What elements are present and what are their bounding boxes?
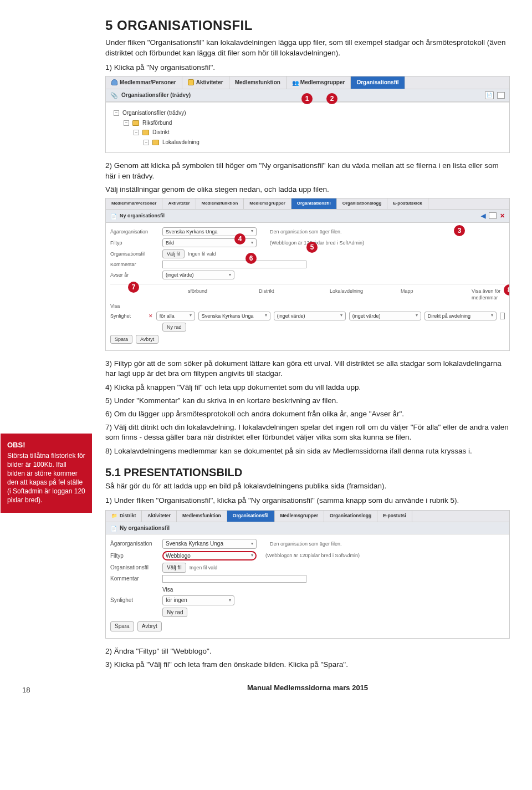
select-filtyp-3[interactable]: Webblogo [162,551,257,561]
checkbox-visa[interactable] [500,313,505,319]
step-3: 3) Filtyp gör att de som söker på dokume… [105,359,510,379]
folder-icon [142,130,149,135]
toggle-icon[interactable]: − [144,140,149,145]
form-title-bar: Ny organisationsfil ◀ ✕ [106,210,509,223]
step-1: 1) Klicka på "Ny organisationsfil". [105,63,510,73]
marker-1: 1 [301,93,313,104]
step-7: 7) Välj ditt ditrikt och din lokalavdeln… [105,422,510,442]
folder-icon [132,120,139,126]
tree-distrikt[interactable]: −Distrikt [114,128,502,137]
folder-icon [152,140,159,145]
tab-medlemmar[interactable]: Medlemmar/Personer [106,77,182,89]
select-foringen[interactable]: för ingen [162,595,234,605]
marker-3: 3 [454,225,465,236]
tab-aktiviteter[interactable]: Aktiviteter [182,77,229,89]
toggle-icon[interactable]: − [134,130,139,135]
new-file-button[interactable]: 📄 [485,91,494,100]
select-foralla[interactable]: för alla [156,312,195,320]
screenshot-1: Medlemmar/Personer Aktiviteter Medlemsfu… [105,76,510,153]
clip-icon [110,91,118,100]
form-title-bar-3: Ny organisationsfil [106,522,509,535]
valj-fil-button[interactable]: Välj fil [162,249,185,258]
kommentar-input-3[interactable] [162,575,306,583]
screenshot-3: 📁 Distrikt Aktiviteter Medlemsfunktion O… [105,510,510,638]
tab-organisationsfil[interactable]: Organisationsfil [351,77,405,89]
heading-2: 5.1 PRESENTATIONSBILD [105,465,510,480]
tabbar-1: Medlemmar/Personer Aktiviteter Medlemsfu… [106,77,509,89]
spara-button-3[interactable]: Spara [110,621,134,631]
nyrad-button-3[interactable]: Ny rad [162,608,187,618]
obs-body: Största tillåtna filstorlek för bilder ä… [7,452,85,504]
pres-2: 1) Under fliken "Organisationsfil", klic… [105,496,510,506]
marker-5: 5 [306,242,318,253]
doc-icon [110,213,116,219]
nyrad-button[interactable]: Ny rad [162,323,186,332]
marker-6: 6 [245,253,257,264]
step-2a: 2) Genom att klicka på symbolen till hög… [105,161,510,181]
end-2: 2) Ändra "Filtyp" till "Webblogo". [105,646,510,656]
step-2b: Välj inställningar genom de olika stegen… [105,185,510,195]
marker-4: 4 [234,233,245,244]
toggle-icon[interactable]: − [124,120,129,126]
select-agaror-3[interactable]: Svenska Kyrkans Unga [162,539,257,549]
select-avser[interactable]: (inget värde) [162,271,234,279]
kommentar-input[interactable] [162,261,306,268]
avbryt-button[interactable]: Avbryt [136,335,158,344]
end-3: 3) Klicka på "Välj fil" och leta fram de… [105,660,510,670]
tab-medlemsgrupper[interactable]: Medlemsgrupper [287,77,351,89]
step-6: 6) Om du lägger upp årsmötesprotokoll oc… [105,409,510,419]
avbryt-button-3[interactable]: Avbryt [137,621,162,631]
intro-para: Under fliken "Organisationsfil" kan loka… [105,38,510,58]
tabbar-2: Medlemmar/Personer Aktiviteter Medlemsfu… [106,198,509,210]
marker-7: 7 [128,282,139,293]
close-icon[interactable]: ✕ [500,212,505,220]
tabbar-3: 📁 Distrikt Aktiviteter Medlemsfunktion O… [106,511,509,522]
obs-callout: OBS! Största tillåtna filstorlek för bil… [1,434,92,513]
activity-icon [188,79,194,85]
tool-icon[interactable] [489,212,497,219]
heading-1: 5 ORGANISATIONSFIL [105,17,510,34]
step-4: 4) Klicka på knappen "Välj fil" och leta… [105,383,510,393]
pres-1: Så här gör du för att ladda upp en bild … [105,481,510,491]
spara-button[interactable]: Spara [110,335,132,344]
toggle-icon[interactable]: − [114,110,119,116]
tree-root[interactable]: −Organisationsfiler (trädvy) [114,108,502,118]
group-icon [292,79,298,85]
form-title: Ny organisationsfil [120,212,165,219]
screenshot-2: Medlemmar/Personer Aktiviteter Medlemsfu… [105,198,510,351]
step-8: 8) Lokalavdelningens medlemmar kan se do… [105,446,510,456]
view-toggle[interactable] [497,92,505,99]
subbar-title: Organisationsfiler (trädvy) [121,91,191,99]
person-icon [111,79,117,85]
tree-lokalavdelning[interactable]: −Lokalavdelning [114,137,502,147]
tree-view: −Organisationsfiler (trädvy) −Riksförbun… [106,102,509,152]
marker-2: 2 [326,93,337,104]
doc-icon [110,525,116,531]
obs-title: OBS! [7,440,85,450]
step-5: 5) Under "Kommentar" kan du skriva in en… [105,396,510,406]
tree-riksforbund[interactable]: −Riksförbund [114,118,502,128]
tab-medlemsfunktion[interactable]: Medlemsfunktion [229,77,287,89]
valj-fil-button-3[interactable]: Välj fil [162,563,186,573]
back-icon[interactable]: ◀ [481,212,485,220]
